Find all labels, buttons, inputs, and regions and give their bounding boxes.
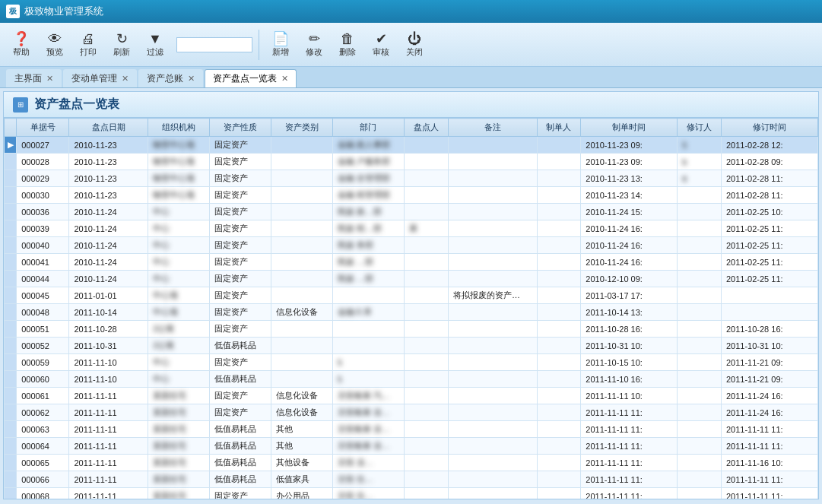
help-label: 帮助 [13,46,30,58]
search-input[interactable] [176,37,252,52]
table-row[interactable]: 0000612011-11-11某固住宅固定资产信息化设备京投银泰 汽…2011… [5,388,818,404]
table-row[interactable]: 0000592011-11-10中心固定资产52011-10-15 10:201… [5,354,818,371]
table-row[interactable]: 0000682011-11-11某固住宅固定资产办公用品京投 住…2011-11… [5,488,818,499]
table-cell: 其他 [271,421,332,438]
table-cell: 2011-02-28 11: [721,170,817,187]
edit-button[interactable]: ✏ 修改 [299,30,329,60]
table-row[interactable]: 0000362010-11-24中心固定资产凯旋 政…部2010-11-24 1… [5,204,818,220]
help-button[interactable]: ❓ 帮助 [6,30,36,60]
table-cell: 2011-11-24 16: [721,404,817,421]
table-cell: 000060 [17,371,69,388]
table-cell [449,438,538,455]
table-cell: 2011-11-11 [69,471,148,488]
table-cell [678,287,722,304]
table-cell: 2011-11-21 09: [721,371,817,388]
table-row[interactable]: 0000442010-11-24中心固定资产凯旋 …部2010-12-10 09… [5,271,818,287]
table-cell [537,388,581,404]
table-cell [537,220,581,237]
table-cell: 办公用品 [271,488,332,499]
table-row[interactable]: ▶0000272010-11-23物管中心项固定资产金融 政人事部2010-11… [5,137,818,154]
table-row[interactable]: 0000292010-11-23物管中心项固定资产金融 全管理部2010-11-… [5,170,818,187]
row-marker [5,287,17,304]
table-row[interactable]: 0000282010-11-23物管中心项固定资产金融 户服务部2010-11-… [5,154,818,170]
table-cell: 凯旋 程…部 [332,220,405,237]
table-cell [271,154,332,170]
table-cell [678,271,722,287]
tab-home[interactable]: 主界面 ✕ [6,69,62,87]
table-row[interactable]: 0000602011-11-10中心低值易耗品52011-11-10 16:20… [5,371,818,388]
table-cell: 2011-11-11 11: [721,471,817,488]
table-cell: 2011-10-28 16: [581,321,678,338]
table-cell [678,354,722,371]
tab-zongzhang[interactable]: 资产总账 ✕ [138,69,203,87]
print-button[interactable]: 🖨 打印 [73,30,103,60]
table-cell [449,304,538,321]
table-cell: 2010-11-23 [69,187,148,204]
table-cell: 2011-10-28 16: [721,321,817,338]
tab-pandian[interactable]: 资产盘点一览表 ✕ [205,69,297,87]
close-icon: ⏻ [408,32,421,46]
table-cell: 中心 [148,220,210,237]
table-cell: 固定资产 [210,187,271,204]
content-area: ⊞ 资产盘点一览表 单据号 盘点日期 组织机构 资产性质 资产类别 部门 盘点人… [3,91,819,499]
table-row[interactable]: 0000632011-11-11某固住宅低值易耗品其他京投银泰 业…2011-1… [5,421,818,438]
table-row[interactable]: 0000412010-11-24中心固定资产凯旋 …部2010-11-24 16… [5,254,818,271]
table-container[interactable]: 单据号 盘点日期 组织机构 资产性质 资产类别 部门 盘点人 备注 制单人 制单… [4,118,818,499]
table-cell: 中心 [148,237,210,254]
table-cell: 信息化设备 [271,304,332,321]
table-cell [405,154,449,170]
table-row[interactable]: 0000642011-11-11某固住宅低值易耗品其他京投银泰 业…2011-1… [5,438,818,455]
tab-pandian-close[interactable]: ✕ [281,74,288,84]
table-row[interactable]: 0000402010-11-24中心固定资产凯旋 务部2010-11-24 16… [5,237,818,254]
col-header-maker: 制单人 [537,119,581,137]
table-cell: 中心 [148,354,210,371]
preview-button[interactable]: 👁 预览 [40,30,70,60]
table-cell: 京投 业… [332,455,405,471]
tab-biandong[interactable]: 变动单管理 ✕ [63,69,137,87]
close-button[interactable]: ⏻ 关闭 [399,30,430,60]
table-cell [449,421,538,438]
table-cell: 2公寓 [148,321,210,338]
table-row[interactable]: 0000522011-10-312公寓低值易耗品2011-10-31 10:20… [5,338,818,354]
table-row[interactable]: 0000652011-11-11某固住宅低值易耗品其他设备京投 业…2011-1… [5,455,818,471]
table-row[interactable]: 0000302010-11-23物管中心项固定资产金融 程管理部2010-11-… [5,187,818,204]
table-cell: 5 [332,371,405,388]
table-row[interactable]: 0000452011-01-01中心项固定资产将拟报废的资产…2011-03-1… [5,287,818,304]
table-cell [405,371,449,388]
table-cell [537,354,581,371]
filter-button[interactable]: ▼ 过滤 [140,30,170,60]
tab-home-close[interactable]: ✕ [46,74,53,84]
toolbar-separator [259,30,259,60]
review-button[interactable]: ✔ 审核 [366,30,396,60]
row-marker [5,471,17,488]
table-cell: 2011-11-10 [69,354,148,371]
table-cell: 2011-11-10 16: [581,371,678,388]
table-cell [449,471,538,488]
table-cell: 000064 [17,438,69,455]
refresh-button[interactable]: ↻ 刷新 [106,30,137,60]
table-cell: 000051 [17,321,69,338]
table-cell: 2010-11-24 16: [581,237,678,254]
table-cell: 金融 全管理部 [332,170,405,187]
tab-zongzhang-close[interactable]: ✕ [188,74,195,84]
table-cell [537,187,581,204]
table-cell [449,254,538,271]
tab-biandong-label: 变动单管理 [71,72,117,85]
edit-label: 修改 [306,46,322,58]
delete-button[interactable]: 🗑 删除 [332,30,363,60]
table-row[interactable]: 0000512011-10-282公寓固定资产2011-10-28 16:201… [5,321,818,338]
table-row[interactable]: 0000392010-11-24中心固定资产凯旋 程…部展2010-11-24 … [5,220,818,237]
tab-biandong-close[interactable]: ✕ [122,74,129,84]
table-cell: 某固住宅 [148,438,210,455]
table-cell: 2010-11-24 16: [581,220,678,237]
table-row[interactable]: 0000622011-11-11某固住宅固定资产信息化设备京投银泰 业…2011… [5,404,818,421]
table-cell: 展 [405,220,449,237]
table-row[interactable]: 0000482011-10-14中心项固定资产信息化设备金融-5 库2011-1… [5,304,818,321]
table-cell [721,304,817,321]
col-header-nature: 资产性质 [210,119,271,137]
add-button[interactable]: 📄 新增 [265,30,296,60]
table-cell [332,338,405,354]
table-cell: 2011-11-11 [69,421,148,438]
table-cell: 2011-11-21 09: [721,354,817,371]
table-row[interactable]: 0000662011-11-11某固住宅低值易耗品低值家具京投 住…2011-1… [5,471,818,488]
